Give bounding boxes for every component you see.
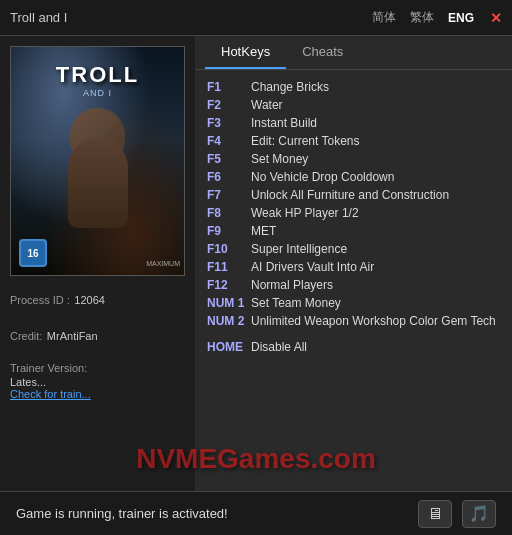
hotkey-description: Normal Players [251, 278, 333, 292]
home-key-description: Disable All [251, 340, 307, 354]
lang-simplified[interactable]: 简体 [368, 7, 400, 28]
process-info: Process ID : 12064 [10, 286, 185, 312]
hotkey-item: F9MET [207, 222, 500, 240]
status-bar: Game is running, trainer is activated! 🖥… [0, 491, 512, 535]
hotkey-description: No Vehicle Drop Cooldown [251, 170, 394, 184]
game-cover: TROLL AND I 16 MAXIMUM [10, 46, 185, 276]
home-key-item: HOMEDisable All [207, 338, 500, 356]
hotkey-item: F2Water [207, 96, 500, 114]
trainer-info: Trainer Version: Lates... Check for trai… [10, 358, 185, 404]
trainer-version-label: Trainer Version: [10, 362, 185, 374]
cover-subtitle: AND I [83, 88, 112, 98]
process-id-value: 12064 [74, 294, 105, 306]
hotkey-description: Weak HP Player 1/2 [251, 206, 359, 220]
status-icons: 🖥 🎵 [418, 500, 496, 528]
hotkey-key: F7 [207, 188, 245, 202]
lang-english[interactable]: ENG [444, 9, 478, 27]
hotkey-key: F5 [207, 152, 245, 166]
hotkey-item: F11AI Drivers Vault Into Air [207, 258, 500, 276]
check-trainer-link[interactable]: Check for train... [10, 388, 185, 400]
tab-cheats[interactable]: Cheats [286, 36, 359, 69]
close-button[interactable]: ✕ [490, 10, 502, 26]
hotkey-key: F4 [207, 134, 245, 148]
hotkey-description: Set Team Money [251, 296, 341, 310]
hotkey-description: Edit: Current Tokens [251, 134, 360, 148]
main-content: TROLL AND I 16 MAXIMUM Process ID : 1206… [0, 36, 512, 491]
left-panel: TROLL AND I 16 MAXIMUM Process ID : 1206… [0, 36, 195, 491]
hotkey-description: Change Bricks [251, 80, 329, 94]
language-buttons: 简体 繁体 ENG ✕ [368, 7, 502, 28]
age-rating-badge: 16 [19, 239, 47, 267]
troll-body [68, 138, 128, 228]
hotkey-key: F11 [207, 260, 245, 274]
home-key: HOME [207, 340, 245, 354]
monitor-icon[interactable]: 🖥 [418, 500, 452, 528]
game-cover-art: TROLL AND I 16 MAXIMUM [11, 47, 184, 275]
hotkey-description: Super Intelligence [251, 242, 347, 256]
hotkey-item: F4Edit: Current Tokens [207, 132, 500, 150]
hotkey-item: F1Change Bricks [207, 78, 500, 96]
hotkey-item: NUM 2Unlimited Weapon Workshop Color Gem… [207, 312, 500, 330]
trainer-version-value: Lates... [10, 376, 185, 388]
hotkey-description: Water [251, 98, 283, 112]
hotkey-item: F6No Vehicle Drop Cooldown [207, 168, 500, 186]
hotkey-item: F5Set Money [207, 150, 500, 168]
hotkey-description: MET [251, 224, 276, 238]
lang-traditional[interactable]: 繁体 [406, 7, 438, 28]
credit-info: Credit: MrAntiFan [10, 322, 185, 348]
hotkey-key: F8 [207, 206, 245, 220]
cover-background: TROLL AND I 16 MAXIMUM [11, 47, 184, 275]
hotkey-item: F8Weak HP Player 1/2 [207, 204, 500, 222]
hotkey-key: F12 [207, 278, 245, 292]
hotkey-key: F10 [207, 242, 245, 256]
title-bar: Troll and I 简体 繁体 ENG ✕ [0, 0, 512, 36]
hotkey-description: Set Money [251, 152, 308, 166]
hotkey-description: Unlimited Weapon Workshop Color Gem Tech [251, 314, 496, 328]
status-message: Game is running, trainer is activated! [16, 506, 228, 521]
troll-figure [53, 108, 143, 238]
process-id-label: Process ID : [10, 294, 70, 306]
publisher-badge: MAXIMUM [146, 260, 180, 267]
hotkey-key: F1 [207, 80, 245, 94]
hotkey-key: NUM 1 [207, 296, 245, 310]
hotkey-item: NUM 1Set Team Money [207, 294, 500, 312]
hotkey-item: F7Unlock All Furniture and Construction [207, 186, 500, 204]
tab-hotkeys[interactable]: HotKeys [205, 36, 286, 69]
hotkey-key: NUM 2 [207, 314, 245, 328]
hotkey-item: F3Instant Build [207, 114, 500, 132]
hotkey-key: F6 [207, 170, 245, 184]
hotkeys-list: F1Change BricksF2WaterF3Instant BuildF4E… [195, 70, 512, 491]
credit-label: Credit: [10, 330, 42, 342]
app-title: Troll and I [10, 10, 67, 25]
hotkey-item: F10Super Intelligence [207, 240, 500, 258]
hotkey-description: AI Drivers Vault Into Air [251, 260, 374, 274]
hotkey-item: F12Normal Players [207, 276, 500, 294]
hotkey-description: Instant Build [251, 116, 317, 130]
cover-title: TROLL [56, 62, 139, 88]
tabs-bar: HotKeys Cheats [195, 36, 512, 70]
music-icon[interactable]: 🎵 [462, 500, 496, 528]
hotkey-key: F9 [207, 224, 245, 238]
right-panel: HotKeys Cheats F1Change BricksF2WaterF3I… [195, 36, 512, 491]
hotkey-key: F3 [207, 116, 245, 130]
hotkey-key: F2 [207, 98, 245, 112]
credit-value: MrAntiFan [47, 330, 98, 342]
hotkey-description: Unlock All Furniture and Construction [251, 188, 449, 202]
